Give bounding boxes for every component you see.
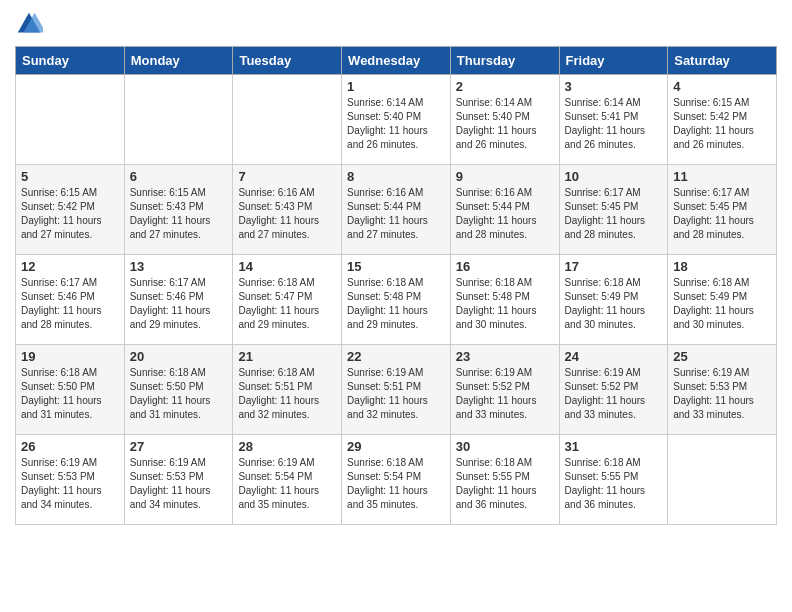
calendar-cell: 9Sunrise: 6:16 AM Sunset: 5:44 PM Daylig… xyxy=(450,165,559,255)
cell-info: Sunrise: 6:14 AM Sunset: 5:41 PM Dayligh… xyxy=(565,96,663,152)
cell-info: Sunrise: 6:17 AM Sunset: 5:45 PM Dayligh… xyxy=(673,186,771,242)
calendar-cell: 3Sunrise: 6:14 AM Sunset: 5:41 PM Daylig… xyxy=(559,75,668,165)
day-number: 30 xyxy=(456,439,554,454)
weekday-friday: Friday xyxy=(559,47,668,75)
page-header xyxy=(15,10,777,38)
calendar-cell: 5Sunrise: 6:15 AM Sunset: 5:42 PM Daylig… xyxy=(16,165,125,255)
calendar-cell: 30Sunrise: 6:18 AM Sunset: 5:55 PM Dayli… xyxy=(450,435,559,525)
day-number: 20 xyxy=(130,349,228,364)
calendar-cell xyxy=(233,75,342,165)
cell-info: Sunrise: 6:14 AM Sunset: 5:40 PM Dayligh… xyxy=(456,96,554,152)
day-number: 6 xyxy=(130,169,228,184)
day-number: 29 xyxy=(347,439,445,454)
calendar-cell: 18Sunrise: 6:18 AM Sunset: 5:49 PM Dayli… xyxy=(668,255,777,345)
cell-info: Sunrise: 6:18 AM Sunset: 5:55 PM Dayligh… xyxy=(456,456,554,512)
day-number: 21 xyxy=(238,349,336,364)
day-number: 26 xyxy=(21,439,119,454)
cell-info: Sunrise: 6:16 AM Sunset: 5:44 PM Dayligh… xyxy=(347,186,445,242)
calendar-cell xyxy=(668,435,777,525)
cell-info: Sunrise: 6:19 AM Sunset: 5:53 PM Dayligh… xyxy=(130,456,228,512)
day-number: 16 xyxy=(456,259,554,274)
day-number: 17 xyxy=(565,259,663,274)
weekday-saturday: Saturday xyxy=(668,47,777,75)
cell-info: Sunrise: 6:15 AM Sunset: 5:42 PM Dayligh… xyxy=(21,186,119,242)
calendar-cell: 25Sunrise: 6:19 AM Sunset: 5:53 PM Dayli… xyxy=(668,345,777,435)
cell-info: Sunrise: 6:15 AM Sunset: 5:42 PM Dayligh… xyxy=(673,96,771,152)
calendar-cell: 19Sunrise: 6:18 AM Sunset: 5:50 PM Dayli… xyxy=(16,345,125,435)
cell-info: Sunrise: 6:18 AM Sunset: 5:49 PM Dayligh… xyxy=(673,276,771,332)
calendar-cell: 23Sunrise: 6:19 AM Sunset: 5:52 PM Dayli… xyxy=(450,345,559,435)
calendar-table: SundayMondayTuesdayWednesdayThursdayFrid… xyxy=(15,46,777,525)
calendar-cell: 15Sunrise: 6:18 AM Sunset: 5:48 PM Dayli… xyxy=(342,255,451,345)
calendar-cell: 2Sunrise: 6:14 AM Sunset: 5:40 PM Daylig… xyxy=(450,75,559,165)
logo-icon xyxy=(15,10,43,38)
cell-info: Sunrise: 6:18 AM Sunset: 5:54 PM Dayligh… xyxy=(347,456,445,512)
calendar-cell: 4Sunrise: 6:15 AM Sunset: 5:42 PM Daylig… xyxy=(668,75,777,165)
weekday-wednesday: Wednesday xyxy=(342,47,451,75)
calendar-cell: 27Sunrise: 6:19 AM Sunset: 5:53 PM Dayli… xyxy=(124,435,233,525)
cell-info: Sunrise: 6:18 AM Sunset: 5:48 PM Dayligh… xyxy=(456,276,554,332)
calendar-cell: 20Sunrise: 6:18 AM Sunset: 5:50 PM Dayli… xyxy=(124,345,233,435)
day-number: 4 xyxy=(673,79,771,94)
cell-info: Sunrise: 6:17 AM Sunset: 5:45 PM Dayligh… xyxy=(565,186,663,242)
cell-info: Sunrise: 6:18 AM Sunset: 5:48 PM Dayligh… xyxy=(347,276,445,332)
day-number: 24 xyxy=(565,349,663,364)
cell-info: Sunrise: 6:19 AM Sunset: 5:51 PM Dayligh… xyxy=(347,366,445,422)
cell-info: Sunrise: 6:18 AM Sunset: 5:51 PM Dayligh… xyxy=(238,366,336,422)
cell-info: Sunrise: 6:16 AM Sunset: 5:43 PM Dayligh… xyxy=(238,186,336,242)
cell-info: Sunrise: 6:19 AM Sunset: 5:52 PM Dayligh… xyxy=(456,366,554,422)
weekday-monday: Monday xyxy=(124,47,233,75)
calendar-cell: 8Sunrise: 6:16 AM Sunset: 5:44 PM Daylig… xyxy=(342,165,451,255)
week-row-2: 5Sunrise: 6:15 AM Sunset: 5:42 PM Daylig… xyxy=(16,165,777,255)
day-number: 7 xyxy=(238,169,336,184)
calendar-cell xyxy=(124,75,233,165)
cell-info: Sunrise: 6:17 AM Sunset: 5:46 PM Dayligh… xyxy=(21,276,119,332)
day-number: 11 xyxy=(673,169,771,184)
day-number: 2 xyxy=(456,79,554,94)
day-number: 15 xyxy=(347,259,445,274)
weekday-tuesday: Tuesday xyxy=(233,47,342,75)
calendar-cell: 31Sunrise: 6:18 AM Sunset: 5:55 PM Dayli… xyxy=(559,435,668,525)
calendar-cell: 6Sunrise: 6:15 AM Sunset: 5:43 PM Daylig… xyxy=(124,165,233,255)
day-number: 10 xyxy=(565,169,663,184)
day-number: 27 xyxy=(130,439,228,454)
cell-info: Sunrise: 6:19 AM Sunset: 5:52 PM Dayligh… xyxy=(565,366,663,422)
logo xyxy=(15,10,47,38)
day-number: 3 xyxy=(565,79,663,94)
calendar-cell: 28Sunrise: 6:19 AM Sunset: 5:54 PM Dayli… xyxy=(233,435,342,525)
calendar-cell: 1Sunrise: 6:14 AM Sunset: 5:40 PM Daylig… xyxy=(342,75,451,165)
cell-info: Sunrise: 6:17 AM Sunset: 5:46 PM Dayligh… xyxy=(130,276,228,332)
calendar-cell: 16Sunrise: 6:18 AM Sunset: 5:48 PM Dayli… xyxy=(450,255,559,345)
calendar-cell: 26Sunrise: 6:19 AM Sunset: 5:53 PM Dayli… xyxy=(16,435,125,525)
week-row-4: 19Sunrise: 6:18 AM Sunset: 5:50 PM Dayli… xyxy=(16,345,777,435)
week-row-5: 26Sunrise: 6:19 AM Sunset: 5:53 PM Dayli… xyxy=(16,435,777,525)
day-number: 8 xyxy=(347,169,445,184)
day-number: 23 xyxy=(456,349,554,364)
day-number: 25 xyxy=(673,349,771,364)
day-number: 1 xyxy=(347,79,445,94)
calendar-cell xyxy=(16,75,125,165)
day-number: 13 xyxy=(130,259,228,274)
weekday-header-row: SundayMondayTuesdayWednesdayThursdayFrid… xyxy=(16,47,777,75)
cell-info: Sunrise: 6:18 AM Sunset: 5:49 PM Dayligh… xyxy=(565,276,663,332)
day-number: 5 xyxy=(21,169,119,184)
day-number: 14 xyxy=(238,259,336,274)
calendar-cell: 14Sunrise: 6:18 AM Sunset: 5:47 PM Dayli… xyxy=(233,255,342,345)
calendar-cell: 10Sunrise: 6:17 AM Sunset: 5:45 PM Dayli… xyxy=(559,165,668,255)
calendar-cell: 12Sunrise: 6:17 AM Sunset: 5:46 PM Dayli… xyxy=(16,255,125,345)
cell-info: Sunrise: 6:19 AM Sunset: 5:53 PM Dayligh… xyxy=(673,366,771,422)
day-number: 31 xyxy=(565,439,663,454)
day-number: 12 xyxy=(21,259,119,274)
calendar-cell: 13Sunrise: 6:17 AM Sunset: 5:46 PM Dayli… xyxy=(124,255,233,345)
cell-info: Sunrise: 6:15 AM Sunset: 5:43 PM Dayligh… xyxy=(130,186,228,242)
cell-info: Sunrise: 6:19 AM Sunset: 5:53 PM Dayligh… xyxy=(21,456,119,512)
cell-info: Sunrise: 6:19 AM Sunset: 5:54 PM Dayligh… xyxy=(238,456,336,512)
cell-info: Sunrise: 6:18 AM Sunset: 5:47 PM Dayligh… xyxy=(238,276,336,332)
day-number: 28 xyxy=(238,439,336,454)
day-number: 19 xyxy=(21,349,119,364)
cell-info: Sunrise: 6:14 AM Sunset: 5:40 PM Dayligh… xyxy=(347,96,445,152)
week-row-1: 1Sunrise: 6:14 AM Sunset: 5:40 PM Daylig… xyxy=(16,75,777,165)
cell-info: Sunrise: 6:16 AM Sunset: 5:44 PM Dayligh… xyxy=(456,186,554,242)
calendar-cell: 29Sunrise: 6:18 AM Sunset: 5:54 PM Dayli… xyxy=(342,435,451,525)
calendar-cell: 7Sunrise: 6:16 AM Sunset: 5:43 PM Daylig… xyxy=(233,165,342,255)
